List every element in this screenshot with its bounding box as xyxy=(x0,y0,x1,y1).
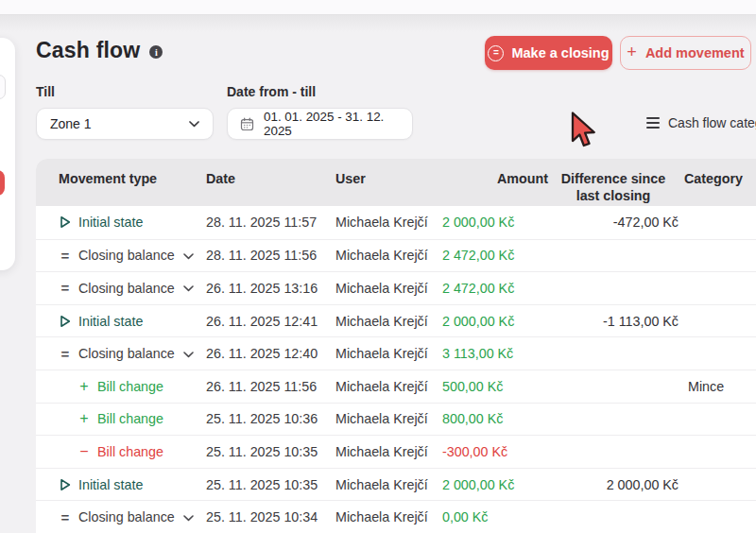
date-range-value: 01. 01. 2025 - 31. 12. 2025 xyxy=(264,110,400,138)
page-title: Cash flow i xyxy=(36,38,163,63)
till-select-value: Zone 1 xyxy=(50,116,92,131)
amount-cell: 3 113,00 Kč xyxy=(437,346,548,361)
table-row: +Bill change26. 11. 2025 11:56Michaela K… xyxy=(36,370,756,403)
movement-label: Closing balance xyxy=(78,509,175,524)
plus-icon: + xyxy=(627,43,637,62)
table-header-row: Movement type Date User Amount Differenc… xyxy=(36,159,756,206)
date-from-till-label: Date from - till xyxy=(227,84,316,99)
date-cell: 26. 11. 2025 13:16 xyxy=(206,281,335,296)
till-select[interactable]: Zone 1 xyxy=(36,108,214,140)
chevron-down-icon xyxy=(189,121,199,128)
date-cell: 25. 11. 2025 10:35 xyxy=(206,477,335,492)
user-cell: Michaela Krejčí xyxy=(335,248,437,263)
user-cell: Michaela Krejčí xyxy=(335,509,437,524)
date-cell: 26. 11. 2025 12:41 xyxy=(206,314,335,329)
plus-icon: + xyxy=(77,410,91,427)
amount-cell: 800,00 Kč xyxy=(437,411,548,426)
equals-icon: = xyxy=(59,248,72,264)
chevron-down-icon[interactable] xyxy=(183,352,194,358)
add-movement-label: Add movement xyxy=(645,45,745,60)
user-cell: Michaela Krejčí xyxy=(335,379,437,394)
calendar-icon xyxy=(240,117,254,131)
movement-label: Initial state xyxy=(78,215,143,230)
movement-label: Closing balance xyxy=(78,346,175,361)
header-date: Date xyxy=(206,159,335,206)
header-category: Category xyxy=(679,159,756,206)
table-row: Initial state26. 11. 2025 12:41Michaela … xyxy=(36,304,756,337)
movement-cell: =Closing balance xyxy=(36,346,206,362)
list-icon xyxy=(646,117,660,128)
table-row[interactable]: =Closing balance26. 11. 2025 13:16Michae… xyxy=(36,271,756,304)
header-amount: Amount xyxy=(437,159,548,206)
date-cell: 25. 11. 2025 10:34 xyxy=(206,509,335,524)
date-cell: 28. 11. 2025 11:57 xyxy=(206,215,335,230)
date-cell: 26. 11. 2025 11:56 xyxy=(206,379,335,394)
table-row: +Bill change25. 11. 2025 10:36Michaela K… xyxy=(36,403,756,436)
difference-cell: -472,00 Kč xyxy=(548,215,679,230)
side-panel-field xyxy=(0,75,6,99)
equals-icon: = xyxy=(59,280,72,296)
chevron-down-icon[interactable] xyxy=(183,285,194,292)
movement-label: Bill change xyxy=(97,444,163,459)
plus-icon: + xyxy=(77,378,91,395)
amount-cell: 2 000,00 Kč xyxy=(437,477,548,492)
movement-cell: −Bill change xyxy=(36,443,206,460)
user-cell: Michaela Krejčí xyxy=(335,444,437,459)
header-difference: Difference since last closing xyxy=(548,159,679,206)
movement-label: Closing balance xyxy=(78,248,175,263)
header-divider-band xyxy=(0,15,756,32)
date-cell: 25. 11. 2025 10:36 xyxy=(206,411,335,426)
table-row[interactable]: =Closing balance25. 11. 2025 10:34Michae… xyxy=(36,500,756,533)
cash-flow-categories-label: Cash flow categ xyxy=(668,115,756,130)
amount-cell: 2 000,00 Kč xyxy=(437,215,548,230)
mouse-cursor xyxy=(569,112,599,149)
user-cell: Michaela Krejčí xyxy=(335,281,437,296)
movement-cell: Initial state xyxy=(36,477,206,492)
movement-cell: =Closing balance xyxy=(36,248,206,264)
user-cell: Michaela Krejčí xyxy=(335,477,437,492)
user-cell: Michaela Krejčí xyxy=(335,215,437,230)
movement-cell: =Closing balance xyxy=(36,280,206,296)
collapsed-side-panel xyxy=(0,38,15,270)
play-icon xyxy=(59,478,72,491)
add-movement-button[interactable]: + Add movement xyxy=(620,36,751,70)
amount-cell: 2 472,00 Kč xyxy=(437,281,548,296)
play-icon xyxy=(59,215,72,229)
chevron-down-icon[interactable] xyxy=(183,253,194,260)
equals-icon: = xyxy=(59,346,72,362)
make-a-closing-button[interactable]: = Make a closing xyxy=(485,36,612,70)
play-icon xyxy=(59,315,72,328)
amount-cell: 0,00 Kč xyxy=(437,509,548,524)
movement-cell: +Bill change xyxy=(36,410,206,427)
movement-cell: Initial state xyxy=(36,314,206,329)
top-bar xyxy=(0,0,756,15)
date-range-input[interactable]: 01. 01. 2025 - 31. 12. 2025 xyxy=(227,108,413,140)
amount-cell: 2 472,00 Kč xyxy=(437,248,548,263)
table-row[interactable]: =Closing balance28. 11. 2025 11:56Michae… xyxy=(36,239,756,272)
table-row: Initial state25. 11. 2025 10:35Michaela … xyxy=(36,468,756,501)
closing-equals-icon: = xyxy=(488,45,504,61)
user-cell: Michaela Krejčí xyxy=(335,411,437,426)
amount-cell: 500,00 Kč xyxy=(437,379,548,394)
difference-cell: 2 000,00 Kč xyxy=(548,477,679,492)
header-movement-type: Movement type xyxy=(36,159,206,206)
header-user: User xyxy=(335,159,437,206)
till-label: Till xyxy=(36,84,55,99)
cash-flow-categories-link[interactable]: Cash flow categ xyxy=(646,115,756,130)
movement-cell: +Bill change xyxy=(36,378,206,395)
side-panel-red-button[interactable] xyxy=(0,170,5,196)
table-row: Initial state28. 11. 2025 11:57Michaela … xyxy=(36,206,756,239)
amount-cell: -300,00 Kč xyxy=(437,444,548,459)
info-icon[interactable]: i xyxy=(149,45,163,59)
equals-icon: = xyxy=(59,509,72,525)
difference-cell: -1 113,00 Kč xyxy=(548,314,679,329)
date-cell: 28. 11. 2025 11:56 xyxy=(206,248,335,263)
user-cell: Michaela Krejčí xyxy=(335,346,437,361)
cash-flow-table: Movement type Date User Amount Differenc… xyxy=(36,159,756,533)
page-title-text: Cash flow xyxy=(36,38,140,63)
category-cell: Mince xyxy=(679,379,756,394)
movement-label: Bill change xyxy=(97,379,163,394)
chevron-down-icon[interactable] xyxy=(183,515,194,522)
date-cell: 26. 11. 2025 12:40 xyxy=(206,346,335,361)
table-row[interactable]: =Closing balance26. 11. 2025 12:40Michae… xyxy=(36,336,756,370)
